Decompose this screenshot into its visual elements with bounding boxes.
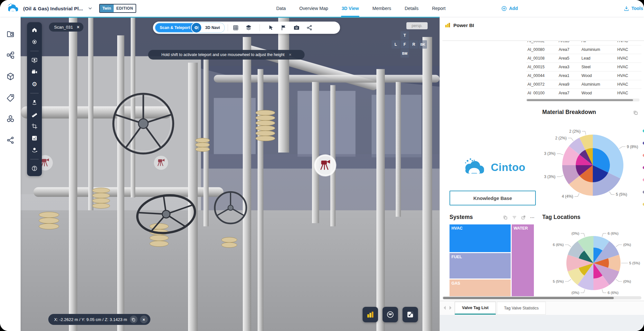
- projection-chip[interactable]: persp.: [406, 22, 428, 29]
- table-row[interactable]: AI_00072Area9AluminiumHVAC: [526, 80, 641, 89]
- table-cell: Aluminium: [580, 80, 616, 89]
- knowledge-base-button[interactable]: Knowledge Base: [450, 191, 536, 205]
- viewcube-front[interactable]: F: [401, 40, 409, 49]
- powerbi-toggle-button[interactable]: [363, 307, 378, 322]
- table-cell: HVAC: [616, 63, 641, 71]
- project-name[interactable]: (Oil & Gas) Industrial Pl...: [23, 6, 83, 11]
- viewcube-top[interactable]: T: [401, 31, 409, 40]
- tooltip-text: Hold shift to activate teleport and use …: [161, 52, 284, 57]
- treemap-node-fuel[interactable]: FUEL: [450, 253, 511, 279]
- scan-marker[interactable]: [315, 155, 336, 176]
- share-icon[interactable]: [305, 23, 314, 33]
- sidebar-item-projects-icon[interactable]: [6, 30, 15, 38]
- tab-report[interactable]: Report: [432, 0, 446, 17]
- teleport-mode-icon[interactable]: [191, 22, 202, 33]
- panel-scrollbar[interactable]: [442, 296, 641, 299]
- tab-members[interactable]: Members: [372, 0, 391, 17]
- tag-locations-pie[interactable]: 6 (6%)(0%)5 (5%)(0%)6 (6%)(0%)5 (5%)6 (6…: [535, 225, 643, 296]
- scan-chip[interactable]: Scan_031 ×: [49, 23, 83, 32]
- close-icon[interactable]: ×: [140, 316, 148, 323]
- 3d-navi-mode[interactable]: 3D Navi: [202, 25, 224, 30]
- table-scrollbar[interactable]: [526, 99, 639, 101]
- scan-icon[interactable]: [31, 38, 38, 45]
- table-row[interactable]: AI_00080Area7AluminiumHVAC: [526, 45, 641, 54]
- expand-view-button[interactable]: [402, 307, 418, 322]
- pie-data-label: (0%): [623, 243, 631, 247]
- image-icon[interactable]: [31, 135, 38, 142]
- table-row[interactable]: AI_00100Area7WoodHVAC: [526, 89, 641, 95]
- grid-icon[interactable]: [231, 23, 241, 33]
- more-options-icon[interactable]: …: [530, 215, 535, 220]
- table-row[interactable]: AI_00108Area5LeadHVAC: [526, 54, 641, 63]
- label-leader-line: [616, 245, 622, 247]
- help-icon[interactable]: [31, 165, 38, 172]
- scan-marker[interactable]: [154, 156, 168, 170]
- label-leader-line: [574, 193, 579, 196]
- divider: [228, 24, 228, 31]
- settings-icon[interactable]: ⚙: [31, 80, 38, 88]
- cursor-icon[interactable]: [266, 23, 276, 33]
- prev-page-icon[interactable]: [443, 306, 446, 310]
- expand-icon[interactable]: [521, 215, 526, 220]
- sidebar-item-share-icon[interactable]: [6, 136, 15, 145]
- viewcube-right[interactable]: R: [410, 40, 418, 49]
- flag-icon[interactable]: [279, 23, 289, 33]
- close-icon[interactable]: ×: [289, 52, 291, 57]
- tab-data[interactable]: Data: [276, 0, 286, 17]
- home-icon[interactable]: [31, 26, 38, 33]
- label-leader-line: [568, 138, 573, 141]
- crop-icon[interactable]: [31, 123, 38, 130]
- table-row[interactable]: AI_00044Area1WoodHVAC: [526, 71, 641, 80]
- viewcube-bottom[interactable]: BM: [401, 49, 409, 58]
- videocam-icon[interactable]: [31, 69, 38, 76]
- close-icon[interactable]: ×: [77, 24, 80, 30]
- cintoo-logo-icon[interactable]: [5, 3, 20, 14]
- table-row[interactable]: AI_00052Area3AllHVAC: [526, 41, 641, 45]
- add-button[interactable]: Add: [501, 0, 518, 17]
- copy-icon[interactable]: [130, 316, 137, 323]
- legend-swatch: [643, 154, 644, 157]
- viewcube-back[interactable]: BK: [419, 40, 427, 49]
- label-leader-line: [581, 289, 585, 293]
- tools-label: Tools: [631, 6, 643, 11]
- copy-icon[interactable]: [633, 110, 638, 115]
- sidebar-item-tag-icon[interactable]: [6, 93, 15, 102]
- orbit-target-button[interactable]: [383, 307, 398, 322]
- tab-overview-map[interactable]: Overview Map: [299, 0, 328, 17]
- report-tab-valve-tag-list[interactable]: Valve Tag List: [455, 302, 496, 315]
- tools-button[interactable]: Tools: [623, 0, 643, 17]
- systems-treemap[interactable]: HVACWATERFUELGAS: [450, 224, 534, 296]
- table-cell: HVAC: [616, 54, 641, 63]
- next-page-icon[interactable]: [449, 306, 452, 310]
- nav-mode-toggle[interactable]: Scan & Teleport 3D Navi: [155, 23, 225, 33]
- filter-icon[interactable]: [512, 215, 517, 220]
- layers-icon[interactable]: [244, 23, 253, 33]
- treemap-node-water[interactable]: WATER: [512, 224, 534, 296]
- chevron-down-icon[interactable]: [88, 6, 93, 11]
- report-tab-bar: Valve Tag ListTag Valve Statistics: [440, 301, 644, 315]
- material-breakdown-pie[interactable]: 9 (8%)5 (5%)4 (4%)3 (3%)3 (3%)2 (2%)2 (2…: [535, 116, 643, 213]
- powerbi-logo-icon: [444, 22, 451, 28]
- treemap-node-hvac[interactable]: HVAC: [450, 224, 511, 252]
- treemap-node-gas[interactable]: GAS: [450, 279, 511, 296]
- sidebar-item-hierarchy-icon[interactable]: [6, 51, 15, 60]
- sidebar-item-model-icon[interactable]: [6, 72, 15, 81]
- viewer-3d[interactable]: ⚙ Scan_031 × Scan & Teleport 3D Navi Hol…: [21, 17, 440, 331]
- screenshare-icon[interactable]: [31, 57, 38, 64]
- model-hand-icon[interactable]: [31, 147, 38, 154]
- measure-icon[interactable]: [31, 111, 38, 118]
- valve-tag-table[interactable]: AI_00052Area3AllHVACAI_00080Area7Alumini…: [526, 41, 641, 95]
- legend-swatch: [643, 203, 644, 206]
- copy-icon[interactable]: [503, 215, 508, 220]
- report-tab-tag-valve-statistics[interactable]: Tag Valve Statistics: [497, 302, 546, 315]
- table-cell: HVAC: [616, 89, 641, 95]
- tab-details[interactable]: Details: [405, 0, 419, 17]
- coordinates-pill: X: -2.2622 m / Y: 9.05 cm / Z: 3.1423 m …: [48, 314, 150, 325]
- person-pin-icon[interactable]: [31, 99, 38, 106]
- table-row[interactable]: AI_00015Area3SteelHVAC: [526, 63, 641, 71]
- tag-locations-title: Tag Locations: [542, 214, 581, 221]
- camera-icon[interactable]: [292, 23, 301, 33]
- tab-3d-view[interactable]: 3D View: [342, 0, 359, 17]
- viewcube-left[interactable]: L: [392, 40, 400, 49]
- sidebar-item-assets-icon[interactable]: [6, 115, 15, 123]
